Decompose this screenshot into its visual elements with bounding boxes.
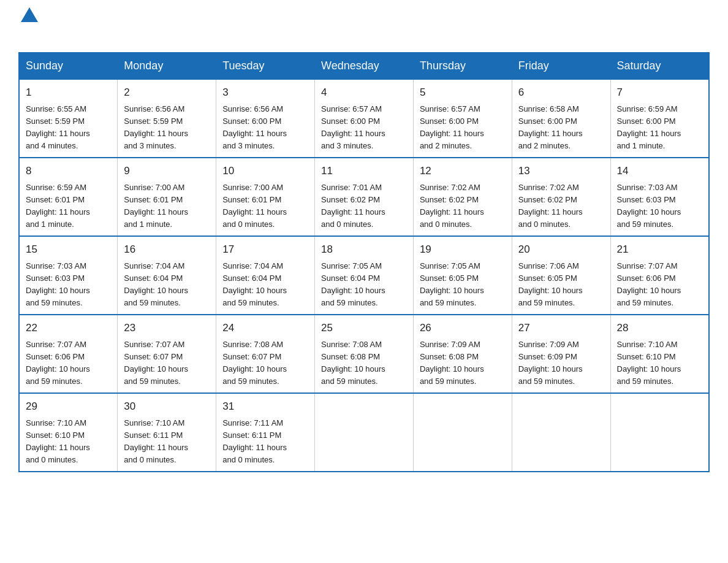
day-cell: 10Sunrise: 7:00 AMSunset: 6:01 PMDayligh… [216, 158, 315, 236]
day-cell: 14Sunrise: 7:03 AMSunset: 6:03 PMDayligh… [610, 158, 709, 236]
day-number: 23 [124, 320, 210, 336]
logo [18, 12, 38, 41]
weekday-header-friday: Friday [512, 53, 610, 79]
day-cell: 3Sunrise: 6:56 AMSunset: 6:00 PMDaylight… [216, 79, 315, 158]
day-cell: 5Sunrise: 6:57 AMSunset: 6:00 PMDaylight… [413, 79, 512, 158]
day-cell: 15Sunrise: 7:03 AMSunset: 6:03 PMDayligh… [19, 236, 118, 315]
day-info: Sunrise: 7:02 AMSunset: 6:02 PMDaylight:… [518, 182, 604, 231]
day-info: Sunrise: 7:04 AMSunset: 6:04 PMDaylight:… [222, 260, 308, 310]
day-number: 11 [321, 163, 407, 179]
calendar-table: SundayMondayTuesdayWednesdayThursdayFrid… [18, 52, 710, 472]
day-info: Sunrise: 6:57 AMSunset: 6:00 PMDaylight:… [321, 103, 407, 153]
day-cell: 31Sunrise: 7:11 AMSunset: 6:11 PMDayligh… [216, 393, 315, 472]
day-info: Sunrise: 7:07 AMSunset: 6:06 PMDaylight:… [617, 260, 702, 310]
day-info: Sunrise: 6:55 AMSunset: 5:59 PMDaylight:… [26, 103, 111, 153]
day-info: Sunrise: 7:03 AMSunset: 6:03 PMDaylight:… [617, 182, 702, 231]
day-cell: 8Sunrise: 6:59 AMSunset: 6:01 PMDaylight… [19, 158, 118, 236]
day-info: Sunrise: 7:03 AMSunset: 6:03 PMDaylight:… [26, 260, 111, 310]
day-cell: 1Sunrise: 6:55 AMSunset: 5:59 PMDaylight… [19, 79, 118, 158]
day-number: 8 [26, 163, 111, 179]
day-cell: 11Sunrise: 7:01 AMSunset: 6:02 PMDayligh… [315, 158, 414, 236]
day-info: Sunrise: 7:04 AMSunset: 6:04 PMDaylight:… [124, 260, 210, 310]
page-header [18, 12, 710, 41]
day-cell: 25Sunrise: 7:08 AMSunset: 6:08 PMDayligh… [315, 315, 414, 393]
day-cell: 22Sunrise: 7:07 AMSunset: 6:06 PMDayligh… [19, 315, 118, 393]
day-info: Sunrise: 7:00 AMSunset: 6:01 PMDaylight:… [222, 182, 308, 231]
day-info: Sunrise: 6:59 AMSunset: 6:01 PMDaylight:… [26, 182, 111, 231]
day-number: 26 [420, 320, 506, 336]
day-info: Sunrise: 7:08 AMSunset: 6:08 PMDaylight:… [321, 339, 407, 388]
day-number: 17 [222, 242, 308, 258]
day-cell: 16Sunrise: 7:04 AMSunset: 6:04 PMDayligh… [118, 236, 216, 315]
day-cell: 28Sunrise: 7:10 AMSunset: 6:10 PMDayligh… [610, 315, 709, 393]
day-info: Sunrise: 7:10 AMSunset: 6:10 PMDaylight:… [617, 339, 702, 388]
day-cell: 27Sunrise: 7:09 AMSunset: 6:09 PMDayligh… [512, 315, 610, 393]
day-cell: 7Sunrise: 6:59 AMSunset: 6:00 PMDaylight… [610, 79, 709, 158]
day-info: Sunrise: 7:10 AMSunset: 6:11 PMDaylight:… [124, 417, 210, 467]
logo-triangle-icon [21, 7, 38, 22]
day-cell: 6Sunrise: 6:58 AMSunset: 6:00 PMDaylight… [512, 79, 610, 158]
day-cell [413, 393, 512, 472]
week-row-1: 1Sunrise: 6:55 AMSunset: 5:59 PMDaylight… [19, 79, 709, 158]
day-cell: 23Sunrise: 7:07 AMSunset: 6:07 PMDayligh… [118, 315, 216, 393]
day-cell: 21Sunrise: 7:07 AMSunset: 6:06 PMDayligh… [610, 236, 709, 315]
day-cell: 9Sunrise: 7:00 AMSunset: 6:01 PMDaylight… [118, 158, 216, 236]
day-cell: 19Sunrise: 7:05 AMSunset: 6:05 PMDayligh… [413, 236, 512, 315]
day-number: 24 [222, 320, 308, 336]
weekday-header-row: SundayMondayTuesdayWednesdayThursdayFrid… [19, 53, 709, 79]
day-info: Sunrise: 6:58 AMSunset: 6:00 PMDaylight:… [518, 103, 604, 153]
day-number: 20 [518, 242, 604, 258]
weekday-header-thursday: Thursday [413, 53, 512, 79]
day-number: 13 [518, 163, 604, 179]
day-number: 2 [124, 85, 210, 101]
day-cell: 2Sunrise: 6:56 AMSunset: 5:59 PMDaylight… [118, 79, 216, 158]
day-cell: 24Sunrise: 7:08 AMSunset: 6:07 PMDayligh… [216, 315, 315, 393]
day-info: Sunrise: 7:07 AMSunset: 6:07 PMDaylight:… [124, 339, 210, 388]
day-info: Sunrise: 7:07 AMSunset: 6:06 PMDaylight:… [26, 339, 111, 388]
day-number: 28 [617, 320, 702, 336]
day-info: Sunrise: 7:05 AMSunset: 6:05 PMDaylight:… [420, 260, 506, 310]
weekday-header-wednesday: Wednesday [315, 53, 414, 79]
day-number: 3 [222, 85, 308, 101]
day-cell [610, 393, 709, 472]
day-number: 7 [617, 85, 702, 101]
day-cell [315, 393, 414, 472]
day-info: Sunrise: 6:59 AMSunset: 6:00 PMDaylight:… [617, 103, 702, 153]
day-info: Sunrise: 7:10 AMSunset: 6:10 PMDaylight:… [26, 417, 111, 467]
day-info: Sunrise: 6:56 AMSunset: 6:00 PMDaylight:… [222, 103, 308, 153]
day-info: Sunrise: 7:05 AMSunset: 6:04 PMDaylight:… [321, 260, 407, 310]
day-info: Sunrise: 6:56 AMSunset: 5:59 PMDaylight:… [124, 103, 210, 153]
day-info: Sunrise: 7:02 AMSunset: 6:02 PMDaylight:… [420, 182, 506, 231]
day-info: Sunrise: 7:08 AMSunset: 6:07 PMDaylight:… [222, 339, 308, 388]
day-info: Sunrise: 7:09 AMSunset: 6:08 PMDaylight:… [420, 339, 506, 388]
day-cell: 18Sunrise: 7:05 AMSunset: 6:04 PMDayligh… [315, 236, 414, 315]
weekday-header-sunday: Sunday [19, 53, 118, 79]
weekday-header-saturday: Saturday [610, 53, 709, 79]
day-number: 9 [124, 163, 210, 179]
day-number: 27 [518, 320, 604, 336]
day-number: 16 [124, 242, 210, 258]
day-cell: 26Sunrise: 7:09 AMSunset: 6:08 PMDayligh… [413, 315, 512, 393]
day-number: 30 [124, 399, 210, 415]
day-number: 31 [222, 399, 308, 415]
day-number: 19 [420, 242, 506, 258]
day-cell: 12Sunrise: 7:02 AMSunset: 6:02 PMDayligh… [413, 158, 512, 236]
weekday-header-tuesday: Tuesday [216, 53, 315, 79]
day-number: 12 [420, 163, 506, 179]
week-row-2: 8Sunrise: 6:59 AMSunset: 6:01 PMDaylight… [19, 158, 709, 236]
day-info: Sunrise: 7:09 AMSunset: 6:09 PMDaylight:… [518, 339, 604, 388]
day-info: Sunrise: 7:11 AMSunset: 6:11 PMDaylight:… [222, 417, 308, 467]
day-number: 29 [26, 399, 111, 415]
day-number: 15 [26, 242, 111, 258]
day-info: Sunrise: 6:57 AMSunset: 6:00 PMDaylight:… [420, 103, 506, 153]
day-cell: 17Sunrise: 7:04 AMSunset: 6:04 PMDayligh… [216, 236, 315, 315]
day-number: 25 [321, 320, 407, 336]
day-cell [512, 393, 610, 472]
day-cell: 20Sunrise: 7:06 AMSunset: 6:05 PMDayligh… [512, 236, 610, 315]
day-number: 4 [321, 85, 407, 101]
day-cell: 30Sunrise: 7:10 AMSunset: 6:11 PMDayligh… [118, 393, 216, 472]
day-info: Sunrise: 7:00 AMSunset: 6:01 PMDaylight:… [124, 182, 210, 231]
day-number: 1 [26, 85, 111, 101]
day-info: Sunrise: 7:06 AMSunset: 6:05 PMDaylight:… [518, 260, 604, 310]
day-number: 22 [26, 320, 111, 336]
